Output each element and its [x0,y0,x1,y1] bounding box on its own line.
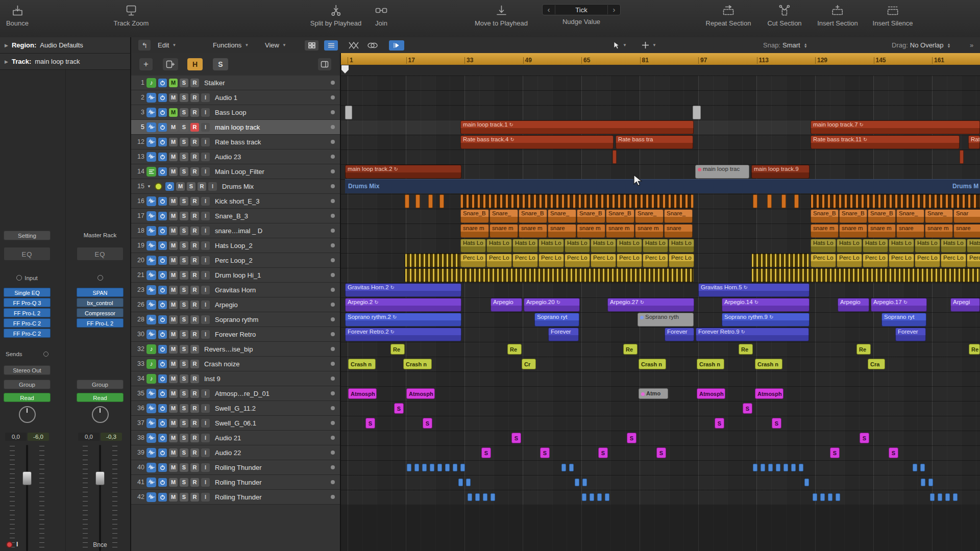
grid-icon[interactable] [305,40,318,51]
ruler-mark[interactable]: 97 [698,57,707,64]
ruler-mark[interactable]: 49 [523,57,532,64]
track-row-23[interactable]: 23MSRIGravitas Horn [131,283,340,297]
group-button[interactable]: Group [77,380,124,389]
secondary-tool-menu[interactable]: ▼ [642,37,656,53]
mute-button[interactable]: M [169,79,178,87]
region-perc-lo[interactable]: Perc Lo [486,254,512,267]
input-monitor-button[interactable]: I [201,93,210,102]
region-muted-atmo[interactable]: Atmo [639,388,668,399]
record-enable-button[interactable]: R [190,197,199,206]
region-snare-[interactable]: Snare_ [635,209,664,223]
region-arpegio-20[interactable]: Arpegio.20↻ [524,298,580,312]
midi-note-block[interactable] [913,464,917,471]
ruler-mark[interactable]: 65 [581,57,590,64]
region-s[interactable]: S [627,433,636,443]
midi-note-block[interactable] [921,479,925,486]
record-enable-button[interactable]: R [190,123,199,132]
midi-note-block[interactable] [836,493,840,501]
input-monitor-button[interactable]: I [201,286,210,294]
midi-note-block[interactable] [783,464,788,471]
region-arpegio-17[interactable]: Arpegio.17↻ [871,298,927,312]
track-row-18[interactable]: 18MSRIsnare…imal _ D [131,223,340,238]
drag-menu[interactable]: Drag:No Overlap▲▼ [892,37,950,53]
track-name[interactable]: Drum loop Hi_1 [212,271,329,279]
grid-view-button[interactable] [305,37,318,53]
track-row-20[interactable]: 20MSRIPerc Loop_2 [131,253,340,268]
input-monitor-button[interactable]: I [16,541,18,548]
region-perc-lo[interactable]: Perc Lo [863,254,888,267]
region-snare-m[interactable]: snare m [577,224,605,238]
region-re[interactable]: Re [623,344,638,355]
midi-note-block[interactable] [483,493,487,501]
region-rate-bass-track-4[interactable]: Rate bass track.4↻ [460,135,614,149]
region-loop-pattern[interactable] [405,254,460,267]
midi-note-block[interactable] [828,493,832,501]
track-row-19[interactable]: 19MSRIHats Loop_2 [131,238,340,253]
region-hats-lo[interactable]: Hats Lo [538,239,564,253]
region-block[interactable] [781,194,786,208]
solo-button[interactable]: S [180,448,188,457]
solo-button[interactable]: S [180,93,188,102]
track-on-button[interactable] [158,271,167,280]
automation-mode-button[interactable]: Read [77,393,124,402]
region-re[interactable]: Re [739,344,753,355]
track-on-button[interactable] [158,330,167,339]
midi-note-block[interactable] [582,493,586,501]
record-enable-button[interactable]: R [190,330,199,339]
track-name[interactable]: Revers…ise_bip [201,345,329,353]
region-snare-m[interactable]: snare m [489,224,518,238]
ruler-mark[interactable]: 1 [348,57,353,64]
channel-setting-button[interactable]: Setting [4,231,51,240]
track-name[interactable]: Kick short_E_3 [212,197,329,205]
track-name[interactable]: snare…imal _ D [212,227,329,235]
track-row-2[interactable]: 2MSRIAudio 1 [131,90,340,105]
region-loop-pattern[interactable] [460,194,694,208]
region-re[interactable]: Re [856,344,871,355]
region-arpegi[interactable]: Arpegi [950,298,980,312]
solo-button[interactable]: S [180,478,188,487]
input-monitor-button[interactable]: I [201,330,210,339]
toolbar-item-nudge-value[interactable]: ‹Tick›Nudge Value [542,4,621,26]
region-block[interactable] [794,194,799,208]
track-on-button[interactable] [158,493,167,502]
region-re[interactable]: Re [390,344,405,355]
mute-button[interactable]: M [169,448,178,457]
solo-button[interactable]: S [187,182,195,191]
track-name[interactable]: main loop track [212,123,329,131]
track-on-button[interactable] [158,434,167,442]
track-on-button[interactable] [158,404,167,413]
region-snare-m[interactable]: snare m [519,224,547,238]
track-header-options-button[interactable] [318,58,331,70]
region-s[interactable]: S [743,403,752,414]
region-snare[interactable]: snare [896,224,924,238]
region-hats-lo[interactable]: Hats Lo [486,239,512,253]
midi-note-block[interactable] [466,479,471,486]
ruler-mark[interactable]: 129 [815,57,827,64]
region-s[interactable]: S [860,433,869,443]
track-name[interactable]: Arpegio [212,301,329,309]
region-s[interactable]: S [715,418,724,429]
track-name[interactable]: Perc Loop_2 [212,257,329,264]
toolbar-item-insert-silence[interactable]: Insert Silence [873,4,913,27]
record-enable-button[interactable]: R [190,271,199,280]
ruler-mark[interactable]: 145 [874,57,886,64]
region-snare-[interactable]: Snare_ [896,209,924,223]
track-on-button[interactable] [158,227,167,235]
track-on-button[interactable] [158,448,167,457]
track-name[interactable]: Drums Mix [219,183,329,190]
track-row-16[interactable]: 16MSRIKick short_E_3 [131,194,340,209]
region-soprano-ryt[interactable]: Soprano ryt [534,313,579,327]
midi-note-block[interactable] [804,479,809,486]
midi-note-block[interactable] [453,464,457,471]
plugin-slot[interactable]: FF Pro-C 2 [4,329,51,338]
solo-button[interactable]: S [180,227,188,235]
region-snare[interactable]: snare [548,224,576,238]
track-name[interactable]: Atmosp…re_D_01 [212,390,329,397]
sends-row[interactable]: Sends [4,350,51,358]
record-enable-button[interactable]: R [190,79,199,87]
record-enable-button[interactable]: R [190,153,199,161]
track-row-40[interactable]: 40MSRIRolling Thunder [131,460,340,475]
region-snare-b[interactable]: Snare_B [868,209,896,223]
input-monitor-button[interactable]: I [201,197,210,206]
mute-button[interactable]: M [169,404,178,413]
